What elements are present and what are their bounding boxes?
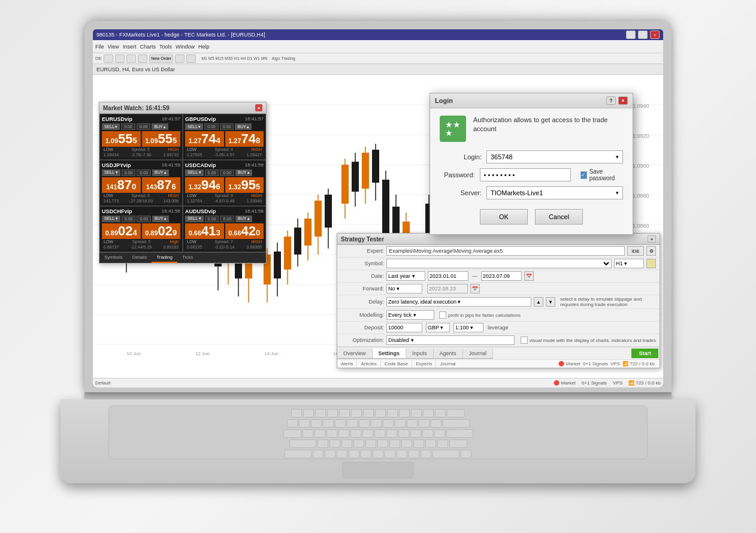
ld-close-btn[interactable]: × xyxy=(618,96,628,105)
ld-save-password-checkbox[interactable]: ✓ xyxy=(580,171,587,179)
mw-tab-details[interactable]: Details xyxy=(128,253,152,263)
st-modelling-row: Modelling: Every tick ▾ profit in pips f… xyxy=(337,309,660,322)
st-tab-inputs[interactable]: Inputs xyxy=(406,349,434,358)
ld-password-input[interactable] xyxy=(480,168,571,181)
mw-tab-trading[interactable]: Trading xyxy=(152,253,177,263)
toolbar-btn-5[interactable] xyxy=(175,54,185,63)
st-bottom-tab-experts[interactable]: Experts xyxy=(412,360,436,368)
st-modelling-select[interactable]: Every tick ▾ xyxy=(386,310,434,320)
st-start-btn[interactable]: Start xyxy=(631,349,658,358)
st-tab-agents[interactable]: Agents xyxy=(434,349,463,358)
mw-audusd-vals: 0.66235 -0.22/-5.14 0.66365 xyxy=(185,244,264,250)
mw-eurusd-buy-btn[interactable]: BUY▴ xyxy=(152,123,168,130)
ld-help-btn[interactable]: ? xyxy=(606,96,616,105)
menu-insert[interactable]: Insert xyxy=(123,44,137,50)
st-leverage-select[interactable]: 1:100 ▾ xyxy=(453,323,483,332)
toolbar-btn-1[interactable] xyxy=(104,54,113,63)
mw-usdchf-buy-btn[interactable]: BUY ▴ xyxy=(152,216,169,222)
toolbar-btn-2[interactable] xyxy=(115,54,125,63)
mt4-minimize-btn[interactable]: _ xyxy=(626,31,636,39)
menu-window[interactable]: Window xyxy=(176,44,195,50)
mw-eurusd-sell-btn[interactable]: SELL▾ xyxy=(102,123,120,130)
mw-tab-ticks[interactable]: Ticks xyxy=(177,253,198,263)
st-date-start[interactable]: 2023.01.01 xyxy=(428,271,468,281)
st-deposit-input[interactable]: 10000 xyxy=(386,323,422,332)
ld-login-dropdown-icon[interactable]: ▾ xyxy=(616,154,619,160)
menu-tools[interactable]: Tools xyxy=(159,44,172,50)
toolbar-btn-new-order[interactable]: New Order xyxy=(149,54,173,63)
menu-view[interactable]: View xyxy=(108,44,119,50)
mt4-close-btn[interactable]: × xyxy=(650,31,660,39)
ld-server-dropdown-icon[interactable]: ▾ xyxy=(616,190,619,196)
ld-server-select[interactable]: TIOMarkets-Live1 ▾ xyxy=(486,186,623,199)
st-bottom-tab-journal2[interactable]: Journal xyxy=(436,360,459,368)
ld-server-label: Server: xyxy=(440,189,482,196)
key-f12 xyxy=(435,409,446,417)
st-tab-overview[interactable]: Overview xyxy=(337,349,373,358)
st-settings-btn[interactable]: ⚙ xyxy=(646,246,656,256)
st-symbol-label: Symbol: xyxy=(341,261,384,266)
mw-close-btn[interactable]: × xyxy=(255,104,262,111)
ld-cancel-btn[interactable]: Cancel xyxy=(535,209,583,225)
st-delay-down-btn[interactable]: ▼ xyxy=(546,297,555,307)
mw-gbpusd-low-val: 1.27505 xyxy=(187,153,202,157)
mw-usdcad-sell-btn[interactable]: SELL ▾ xyxy=(185,169,204,176)
st-delay-info-btn[interactable]: ▲ xyxy=(534,297,543,307)
toolbar-btn-6[interactable] xyxy=(186,54,196,63)
st-visual-checkbox[interactable] xyxy=(521,337,528,344)
menu-help[interactable]: Help xyxy=(198,44,210,50)
st-optimization-select[interactable]: Disabled ▾ xyxy=(386,335,515,345)
st-date-range-select[interactable]: Last year ▾ xyxy=(386,271,425,281)
st-delay-label: Delay: xyxy=(341,299,384,305)
st-calendar-btn[interactable]: 📅 xyxy=(524,271,534,281)
mw-usdchf-sell-btn[interactable]: SELL ▾ xyxy=(102,216,120,222)
st-forward-calendar-btn[interactable]: 📅 xyxy=(470,284,480,293)
st-bottom-tab-codebase[interactable]: Code Base xyxy=(381,360,413,368)
st-bottom-tab-alerts[interactable]: Alerts xyxy=(337,360,357,368)
ld-titlebar: Login ? × xyxy=(430,93,633,108)
mw-pair-usdjpy-header: USDJPYvip 16:41:59 xyxy=(102,162,180,168)
svg-rect-42 xyxy=(294,228,301,255)
st-tab-journal[interactable]: Journal xyxy=(463,349,494,358)
mw-pair-usdchf: USDCHFvip 16:41:56 SELL ▾ 0.00 0.00 BUY … xyxy=(99,206,183,252)
st-symbol-row: Symbol: H1 ▾ xyxy=(337,258,660,270)
st-ide-btn[interactable]: IDE xyxy=(627,246,644,256)
mw-tab-symbols[interactable]: Symbols xyxy=(99,253,128,263)
mw-usdjpy-sell-btn[interactable]: SELL ▾ xyxy=(102,169,120,176)
st-timeframe-select[interactable]: H1 ▾ xyxy=(614,259,644,268)
st-close-btn[interactable]: × xyxy=(648,235,656,243)
st-forward-select[interactable]: No ▾ xyxy=(386,284,422,293)
toolbar-btn-3[interactable] xyxy=(126,54,136,63)
screen-inner: 980135 - FXMarkets Live1 - hedge - TEC M… xyxy=(93,29,663,387)
st-date-end[interactable]: 2023.07.09 xyxy=(481,271,522,281)
st-color-btn[interactable] xyxy=(646,259,656,268)
key-bracket-open xyxy=(422,429,433,438)
st-bottom-tab-articles[interactable]: Articles xyxy=(357,360,380,368)
st-currency-select[interactable]: GBP ▾ xyxy=(426,323,450,332)
key-l xyxy=(413,440,424,448)
mw-usdjpy-buy-btn[interactable]: BUY ▴ xyxy=(152,169,169,176)
mt4-titlebar: 980135 - FXMarkets Live1 - hedge - TEC M… xyxy=(93,29,663,40)
st-symbol-select[interactable] xyxy=(387,259,611,268)
statusbar-market: 🔴 Market xyxy=(554,380,576,386)
mw-audusd-buy-btn[interactable]: BUY ▴ xyxy=(235,216,252,222)
ld-login-input[interactable]: 365748 ▾ xyxy=(486,150,623,163)
st-symbol-input[interactable] xyxy=(386,259,612,268)
st-tab-settings[interactable]: Settings xyxy=(373,349,407,358)
st-expert-input[interactable]: Examples\Moving Average\Moving Average.e… xyxy=(386,246,625,256)
ld-description: Authorization allows to get access to th… xyxy=(473,116,617,134)
st-delay-select[interactable]: Zero latency, ideal execution ▾ xyxy=(386,297,531,307)
mt4-maximize-btn[interactable]: □ xyxy=(638,31,648,39)
key-d xyxy=(341,440,352,448)
st-pips-checkbox[interactable] xyxy=(439,311,446,319)
laptop-touchpad[interactable] xyxy=(342,462,414,479)
mw-audusd-sell-btn[interactable]: SELL ▾ xyxy=(185,216,204,222)
mw-gbpusd-buy-btn[interactable]: BUY▴ xyxy=(235,123,251,130)
mw-usdcad-buy-btn[interactable]: BUY ▴ xyxy=(235,169,252,176)
toolbar-btn-4[interactable] xyxy=(138,54,147,63)
mw-gbpusd-sell-btn[interactable]: SELL▾ xyxy=(185,123,203,130)
mw-gbpusd-high-val: 1.28427 xyxy=(247,153,262,157)
menu-charts[interactable]: Charts xyxy=(140,44,156,50)
menu-file[interactable]: File xyxy=(95,44,104,50)
ld-ok-btn[interactable]: OK xyxy=(480,209,528,225)
